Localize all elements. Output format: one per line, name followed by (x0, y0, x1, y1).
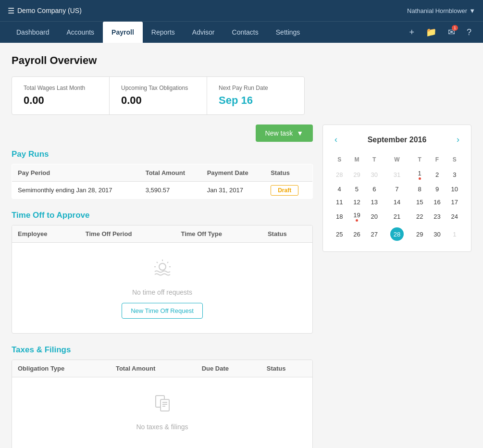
nav-accounts[interactable]: Accounts (58, 22, 103, 43)
col-payment-date: Payment Date (201, 164, 265, 182)
col-time-off-status: Status (262, 225, 312, 243)
calendar-day[interactable]: 17 (446, 196, 463, 209)
calendar-day[interactable]: 30 (366, 167, 383, 183)
calendar-day[interactable]: 16 (428, 196, 446, 209)
taxes-title: Taxes & Filings (12, 345, 313, 355)
time-off-section: Time Off to Approve Employee Time Off Pe… (12, 211, 313, 334)
new-task-label: New task (265, 129, 293, 137)
calendar-day[interactable]: 18 (331, 209, 348, 224)
status-cell: Draft (265, 182, 312, 199)
calendar-day[interactable]: 23 (428, 209, 446, 224)
calendar-day[interactable]: 20 (366, 209, 383, 224)
summary-next-run: Next Pay Run Date Sep 16 (207, 77, 304, 114)
svg-point-0 (159, 263, 166, 270)
calendar-grid: S M T W T F S 28293031123456789101112131… (331, 154, 463, 244)
user-dropdown-icon[interactable]: ▼ (469, 7, 475, 14)
company-name-area: ☰ Demo Company (US) (8, 6, 82, 15)
calendar-day[interactable]: 22 (411, 209, 428, 224)
svg-rect-7 (161, 399, 169, 411)
time-off-empty-icon (22, 257, 303, 285)
calendar-prev-button[interactable]: ‹ (331, 133, 341, 147)
time-off-empty-text: No time off requests (22, 288, 303, 296)
tax-label: Upcoming Tax Obligations (121, 85, 195, 91)
col-obligation-type: Obligation Type (12, 360, 110, 377)
col-time-off-period: Time Off Period (80, 225, 175, 243)
payment-date-cell: Jan 31, 2017 (201, 182, 265, 199)
new-task-row: New task ▼ (12, 124, 313, 142)
hamburger-icon[interactable]: ☰ (8, 6, 14, 15)
navbar: Dashboard Accounts Payroll Reports Advis… (0, 21, 483, 43)
cal-header-wed: W (383, 154, 411, 167)
col-due-date: Due Date (196, 360, 261, 377)
topbar: ☰ Demo Company (US) Nathanial Hornblower… (0, 0, 483, 21)
add-icon[interactable]: + (405, 24, 418, 41)
next-run-value: Sep 16 (219, 94, 293, 107)
svg-line-3 (167, 262, 168, 263)
col-status: Status (265, 164, 312, 182)
summary-tax: Upcoming Tax Obligations 0.00 (110, 77, 207, 114)
calendar-day[interactable]: 21 (383, 209, 411, 224)
calendar-day[interactable]: 8 (411, 183, 428, 196)
calendar-day[interactable]: 27 (366, 224, 383, 244)
calendar-day[interactable]: 1 (411, 167, 428, 183)
nav-reports[interactable]: Reports (143, 22, 184, 43)
help-icon[interactable]: ? (463, 24, 475, 41)
calendar-day[interactable]: 28 (331, 167, 348, 183)
calendar-day[interactable]: 6 (366, 183, 383, 196)
nav-actions: + 📁 ✉1 ? (405, 23, 475, 41)
summary-wages: Total Wages Last Month 0.00 (12, 77, 110, 114)
calendar: ‹ September 2016 › S M T W T F S (322, 124, 471, 252)
cal-header-thu: T (411, 154, 428, 167)
calendar-next-button[interactable]: › (453, 133, 463, 147)
new-time-off-button[interactable]: New Time Off Request (122, 303, 203, 319)
calendar-day[interactable]: 4 (331, 183, 348, 196)
new-task-button[interactable]: New task ▼ (256, 124, 313, 142)
folder-icon[interactable]: 📁 (422, 23, 440, 41)
pay-period-cell: Semimonthly ending Jan 28, 2017 (12, 182, 140, 199)
calendar-day[interactable]: 30 (428, 224, 446, 244)
right-panel: ‹ September 2016 › S M T W T F S (322, 124, 471, 448)
calendar-day[interactable]: 10 (446, 183, 463, 196)
cal-header-tue: T (366, 154, 383, 167)
calendar-day[interactable]: 29 (411, 224, 428, 244)
nav-settings[interactable]: Settings (267, 22, 309, 43)
pay-runs-section: Pay Runs Pay Period Total Amount Payment… (12, 149, 313, 199)
calendar-day[interactable]: 11 (331, 196, 348, 209)
svg-line-2 (157, 262, 158, 263)
nav-contacts[interactable]: Contacts (223, 22, 267, 43)
nav-advisor[interactable]: Advisor (184, 22, 223, 43)
table-row[interactable]: Semimonthly ending Jan 28, 2017 3,590.57… (12, 182, 313, 199)
taxes-empty-icon (22, 392, 303, 419)
mail-icon[interactable]: ✉1 (444, 23, 459, 41)
calendar-day[interactable]: 14 (383, 196, 411, 209)
time-off-box: Employee Time Off Period Time Off Type S… (12, 225, 313, 334)
mail-badge: 1 (452, 25, 458, 31)
cal-header-mon: M (348, 154, 365, 167)
calendar-day[interactable]: 31 (383, 167, 411, 183)
calendar-day[interactable]: 2 (428, 167, 446, 183)
nav-payroll[interactable]: Payroll (103, 22, 143, 43)
calendar-day[interactable]: 9 (428, 183, 446, 196)
calendar-day[interactable]: 28 (383, 224, 411, 244)
page-content: Payroll Overview Total Wages Last Month … (0, 43, 483, 448)
calendar-day[interactable]: 7 (383, 183, 411, 196)
calendar-day[interactable]: 24 (446, 209, 463, 224)
next-run-label: Next Pay Run Date (219, 85, 293, 91)
calendar-day[interactable]: 5 (348, 183, 365, 196)
calendar-day[interactable]: 13 (366, 196, 383, 209)
calendar-day[interactable]: 26 (348, 224, 365, 244)
company-name[interactable]: Demo Company (US) (17, 7, 82, 14)
col-taxes-total-amount: Total Amount (110, 360, 196, 377)
calendar-day[interactable]: 15 (411, 196, 428, 209)
calendar-day[interactable]: 25 (331, 224, 348, 244)
calendar-day[interactable]: 19 (348, 209, 365, 224)
calendar-day[interactable]: 3 (446, 167, 463, 183)
pay-runs-table: Pay Period Total Amount Payment Date Sta… (12, 164, 313, 199)
pay-runs-title: Pay Runs (12, 149, 313, 159)
calendar-day[interactable]: 1 (446, 224, 463, 244)
calendar-month-title: September 2016 (368, 136, 427, 144)
calendar-day[interactable]: 12 (348, 196, 365, 209)
status-badge: Draft (271, 185, 298, 196)
nav-dashboard[interactable]: Dashboard (8, 22, 58, 43)
calendar-day[interactable]: 29 (348, 167, 365, 183)
